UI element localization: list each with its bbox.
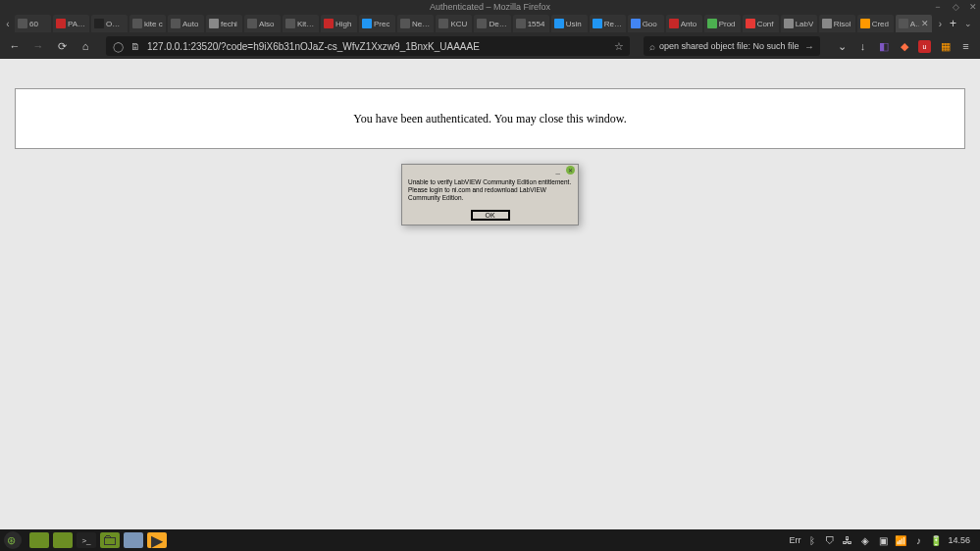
window-controls: − ◇ ✕ <box>933 2 978 12</box>
auth-box: You have been authenticated. You may clo… <box>15 88 965 149</box>
sound-icon[interactable]: ♪ <box>912 534 924 546</box>
nvidia-icon[interactable]: ◈ <box>859 534 871 546</box>
tab-scroll-left-icon[interactable]: ‹ <box>2 15 14 32</box>
taskbar-app-1[interactable] <box>29 532 49 548</box>
ext1-icon[interactable]: ◧ <box>877 40 890 53</box>
pocket-icon[interactable]: ⌄ <box>836 40 849 53</box>
search-bar[interactable]: ⌕ open shared object file: No such file … <box>644 36 820 56</box>
taskbar-app-6[interactable]: ▶ <box>147 532 167 548</box>
bluetooth-icon[interactable]: ᛒ <box>806 534 818 546</box>
url-bar[interactable]: ◯ 🗎 127.0.0.1:23520/?code=h9iX6b31nOJaZ-… <box>106 36 630 56</box>
search-go-icon[interactable]: → <box>804 41 814 52</box>
ok-button[interactable]: OK <box>471 210 510 221</box>
tab-label: Prec <box>374 20 389 28</box>
downloads-icon[interactable]: ↓ <box>856 40 869 53</box>
browser-tab[interactable]: Conf <box>743 15 779 32</box>
tab-label: fechi <box>221 20 237 28</box>
dialog-titlebar[interactable]: _ ✕ <box>402 165 578 175</box>
browser-tab[interactable]: Auto <box>168 15 204 32</box>
browser-tab[interactable]: 60 <box>15 15 51 32</box>
browser-tab[interactable]: Authe✕ <box>896 15 932 32</box>
tab-label: Cred <box>872 20 889 28</box>
tab-list-dropdown-icon[interactable]: ⌄ <box>964 19 972 28</box>
taskbar-app-5[interactable] <box>124 532 143 548</box>
tab-label: PANS <box>68 20 86 28</box>
tab-label: KCU <box>450 20 467 28</box>
network-icon[interactable]: 🖧 <box>842 534 853 546</box>
tab-favicon <box>171 19 181 28</box>
browser-tab[interactable]: Goo <box>628 15 664 32</box>
browser-tab[interactable]: Design o <box>474 15 510 32</box>
taskbar-files[interactable]: 🗀 <box>100 532 120 548</box>
forward-button[interactable]: → <box>31 39 45 53</box>
taskbar-terminal[interactable]: >_ <box>77 532 96 548</box>
menu-icon[interactable]: ≡ <box>959 40 972 53</box>
search-icon: ⌕ <box>649 41 655 52</box>
wifi-icon[interactable]: 📶 <box>895 534 906 546</box>
update-icon[interactable]: ⛉ <box>824 534 836 546</box>
tab-favicon <box>822 19 832 28</box>
tab-favicon <box>669 19 679 28</box>
back-button[interactable]: ← <box>8 39 22 53</box>
browser-tab[interactable]: Usin <box>551 15 588 32</box>
system-tray: Err ᛒ ⛉ 🖧 ◈ ▣ 📶 ♪ 🔋 14.56 <box>789 534 976 546</box>
tab-close-icon[interactable]: ✕ <box>921 19 929 28</box>
tab-favicon <box>784 19 794 28</box>
ext2-icon[interactable]: ◆ <box>898 40 910 53</box>
browser-tab[interactable]: OZON <box>91 15 128 32</box>
tab-label: Risol <box>834 20 851 28</box>
tab-label: Anto <box>681 20 696 28</box>
tab-label: Design o <box>489 20 507 28</box>
window-titlebar: Authenticated – Mozilla Firefox − ◇ ✕ <box>0 0 980 14</box>
tab-favicon <box>899 19 908 28</box>
tab-label: 1554 <box>528 20 545 28</box>
ublock-icon[interactable]: u <box>918 40 931 53</box>
browser-tab[interactable]: Prod <box>704 15 741 32</box>
browser-tab[interactable]: Kite Ene <box>283 15 319 32</box>
browser-tab[interactable]: kite c <box>129 15 166 32</box>
ext3-icon[interactable]: ▦ <box>939 40 952 53</box>
tab-label: New Pos <box>412 20 431 28</box>
browser-tab[interactable]: fechi <box>206 15 242 32</box>
start-button[interactable]: ⊛ <box>4 531 22 549</box>
browser-tab[interactable]: KCU <box>436 15 472 32</box>
home-button[interactable]: ⌂ <box>78 39 92 53</box>
browser-tab[interactable]: Also <box>244 15 281 32</box>
tab-label: Also <box>259 20 275 28</box>
tab-label: Conf <box>757 20 774 28</box>
tab-label: 60 <box>29 20 38 28</box>
tab-label: Re: V <box>604 20 623 28</box>
browser-tab[interactable]: Anto <box>666 15 702 32</box>
browser-tab[interactable]: LabV <box>781 15 817 32</box>
dialog-minimize-icon[interactable]: _ <box>556 166 560 175</box>
close-icon[interactable]: ✕ <box>968 2 978 12</box>
tab-favicon <box>746 19 755 28</box>
display-icon[interactable]: ▣ <box>877 534 889 546</box>
taskbar-app-2[interactable] <box>53 532 73 548</box>
browser-tabbar: ‹ 60PANSOZONkite cAutofechiAlsoKite EneH… <box>0 14 980 33</box>
tab-favicon <box>324 19 334 28</box>
tab-favicon <box>285 19 295 28</box>
minimize-icon[interactable]: − <box>933 2 943 12</box>
browser-tab[interactable]: New Pos <box>397 15 434 32</box>
tray-err-text[interactable]: Err <box>789 535 800 545</box>
browser-tab[interactable]: Prec <box>359 15 395 32</box>
tab-label: Auto <box>182 20 198 28</box>
clock[interactable]: 14.56 <box>948 535 970 545</box>
reload-button[interactable]: ⟳ <box>55 39 69 53</box>
battery-icon[interactable]: 🔋 <box>930 534 942 546</box>
tab-scroll-right-icon[interactable]: › <box>939 19 942 29</box>
tab-favicon <box>516 19 526 28</box>
dialog-close-icon[interactable]: ✕ <box>566 166 575 175</box>
browser-tab[interactable]: Cred <box>857 15 894 32</box>
bookmark-star-icon[interactable]: ☆ <box>614 40 624 53</box>
browser-tab[interactable]: Risol <box>819 15 855 32</box>
browser-tab[interactable]: High <box>321 15 357 32</box>
maximize-icon[interactable]: ◇ <box>951 2 960 12</box>
address-bar: ← → ⟳ ⌂ ◯ 🗎 127.0.0.1:23520/?code=h9iX6b… <box>0 33 980 59</box>
browser-tab[interactable]: 1554 <box>513 15 549 32</box>
tab-favicon <box>56 19 66 28</box>
browser-tab[interactable]: Re: V <box>590 15 626 32</box>
new-tab-button[interactable]: + <box>950 17 956 30</box>
browser-tab[interactable]: PANS <box>53 15 89 32</box>
